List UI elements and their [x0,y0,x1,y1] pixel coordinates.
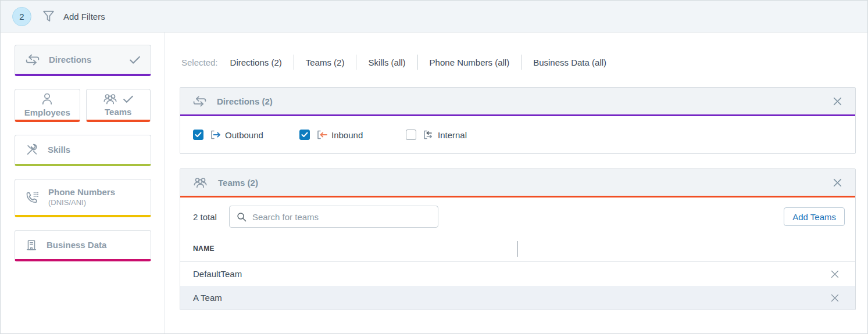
selected-item-phone-numbers: Phone Numbers (all) [430,58,510,67]
teams-toolbar: 2 total Add Teams [180,197,855,236]
person-icon [40,92,54,106]
table-header-row: NAME [180,236,855,262]
outbound-icon [210,130,222,140]
sidebar-item-directions[interactable]: Directions [15,45,151,76]
inbound-icon [316,130,328,140]
selected-item-directions: Directions (2) [230,58,282,67]
checkmark-icon [123,95,134,103]
main-area: Selected: Directions (2) Teams (2) Skill… [165,33,867,333]
checkbox-outbound[interactable] [193,130,203,140]
selected-item-skills: Skills (all) [368,58,405,67]
sidebar-item-skills[interactable]: Skills [15,135,151,166]
teams-table: NAME DefaultTeam A Team [180,236,855,310]
option-label: Internal [438,130,467,140]
funnel-icon [41,9,56,24]
directions-panel-header: Directions (2) [180,88,855,116]
selected-item-teams: Teams (2) [306,58,345,67]
team-search-box [229,206,438,228]
sidebar-item-teams[interactable]: Teams [86,89,151,122]
teams-panel: Teams (2) 2 total Add Teams [180,168,856,310]
directions-options: Outbound Inbound [180,116,855,153]
selected-summary-bar: Selected: Directions (2) Teams (2) Skill… [180,55,856,70]
option-inbound[interactable]: Inbound [299,130,406,140]
directions-icon [192,95,207,107]
option-label: Outbound [225,130,263,140]
sidebar-item-label: Employees [24,107,70,117]
tools-icon [25,143,39,157]
add-teams-button[interactable]: Add Teams [784,207,845,226]
filters-page: 2 Add Filters Directions [0,0,868,334]
remove-team-icon[interactable] [830,293,840,303]
selected-label: Selected: [181,58,218,67]
divider [294,55,294,70]
close-icon[interactable] [832,96,843,107]
sidebar-item-label: Phone Numbers [48,187,115,198]
sidebar-item-label: Skills [48,145,70,155]
table-row: A Team [180,286,855,310]
panel-title: Directions (2) [217,96,273,106]
total-count: 2 total [193,212,217,222]
teams-icon [192,176,208,189]
table-row: DefaultTeam [180,262,855,286]
directions-icon [25,53,40,66]
phone-icon [25,191,40,204]
sidebar-item-business-data[interactable]: Business Data [15,230,151,261]
name-column-header: NAME [193,245,215,253]
teams-panel-header: Teams (2) [180,169,855,197]
sidebar-item-employees[interactable]: Employees [15,89,80,122]
directions-panel: Directions (2) [180,87,856,154]
filter-count-badge: 2 [12,7,31,26]
option-outbound[interactable]: Outbound [193,130,299,140]
teams-icon [102,92,118,105]
building-icon [25,238,38,252]
close-icon[interactable] [832,177,843,188]
option-label: Inbound [331,130,363,140]
remove-team-icon[interactable] [830,269,840,279]
add-filters-button[interactable]: Add Filters [63,12,105,21]
sidebar-item-label: Directions [49,55,91,64]
team-name: A Team [193,293,222,303]
panel-title: Teams (2) [218,178,258,188]
checkbox-internal[interactable] [406,130,416,140]
sidebar-item-sublabel: (DNIS/ANI) [48,198,86,207]
divider [417,55,418,70]
team-name: DefaultTeam [193,269,242,279]
topbar: 2 Add Filters [1,1,867,33]
checkmark-icon [129,55,141,64]
search-icon [237,212,247,222]
sidebar-item-phone-numbers[interactable]: Phone Numbers (DNIS/ANI) [15,179,151,217]
sidebar-item-label: Business Data [47,240,106,250]
divider [356,55,356,70]
selected-item-business-data: Business Data (all) [533,58,606,67]
divider [521,55,521,70]
sidebar: Directions Employees [1,33,165,333]
checkbox-inbound[interactable] [299,130,310,140]
option-internal[interactable]: Internal [406,130,512,140]
column-resize-handle[interactable] [517,241,518,257]
internal-icon [423,130,434,140]
sidebar-item-label: Teams [105,107,131,117]
search-input[interactable] [252,212,431,222]
